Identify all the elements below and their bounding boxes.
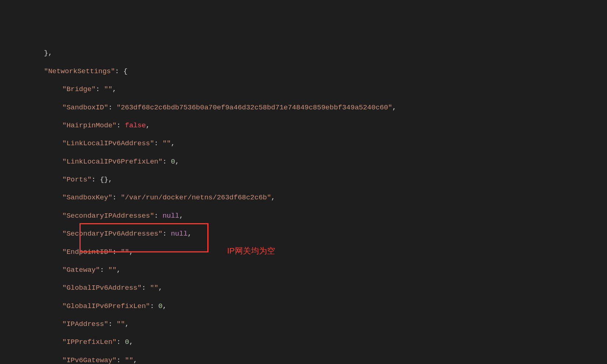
annotation-text: IP网关均为空 [227, 246, 275, 256]
code-line: "SandboxKey": "/var/run/docker/netns/263… [7, 193, 600, 202]
code-line: "Gateway": "", [7, 266, 600, 275]
code-line: "SecondaryIPv6Addresses": null, [7, 229, 600, 239]
code-line: "IPv6Gateway": "", [7, 356, 600, 364]
code-line: "SandboxID": "263df68c2c6bdb7536b0a70ef9… [7, 103, 600, 112]
code-block: }, "NetworkSettings": { "Bridge": "", "S… [7, 40, 600, 364]
code-line: "IPAddress": "", [7, 320, 600, 329]
code-line: "IPPrefixLen": 0, [7, 338, 600, 347]
code-line: "NetworkSettings": { [7, 67, 600, 76]
code-line: "LinkLocalIPv6PrefixLen": 0, [7, 157, 600, 166]
code-line: "EndpointID": "", [7, 248, 600, 257]
code-line: "LinkLocalIPv6Address": "", [7, 139, 600, 148]
code-line: "GlobalIPv6PrefixLen": 0, [7, 302, 600, 311]
code-line: "Ports": {}, [7, 175, 600, 184]
code-line: "HairpinMode": false, [7, 121, 600, 130]
code-line: "Bridge": "", [7, 85, 600, 94]
code-line: }, [7, 49, 600, 58]
code-line: "GlobalIPv6Address": "", [7, 284, 600, 293]
code-line: "SecondaryIPAddresses": null, [7, 211, 600, 221]
